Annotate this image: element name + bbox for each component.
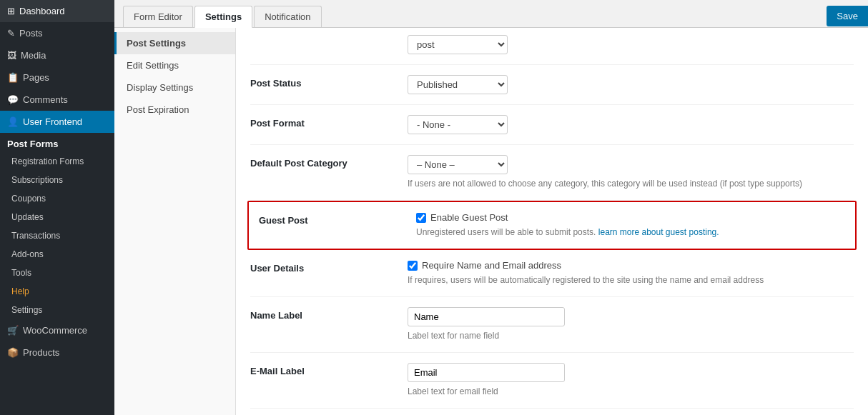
woocommerce-icon: 🛒 — [7, 325, 19, 336]
sidebar-label-pages: Pages — [23, 72, 49, 83]
user-details-checkbox-row: Require Name and Email address — [408, 260, 854, 271]
sidebar-label-comments: Comments — [23, 94, 68, 105]
sidebar-label-products: Products — [23, 347, 59, 358]
partial-top-control: post — [408, 35, 508, 54]
sidebar-item-help[interactable]: Help — [0, 282, 114, 301]
content-area: Post Settings Edit Settings Display Sett… — [114, 28, 868, 415]
guest-post-link[interactable]: learn more about guest posting. — [598, 227, 719, 237]
sidebar-item-dashboard[interactable]: ⊞ Dashboard — [0, 0, 114, 22]
email-label-row: E-Mail Label Label text for email field — [250, 353, 854, 409]
sidebar-label-woocommerce: WooCommerce — [23, 325, 87, 336]
enable-guest-post-checkbox[interactable] — [416, 213, 426, 223]
post-status-control: Published Draft Pending Private — [408, 75, 854, 94]
panel-item-edit-settings[interactable]: Edit Settings — [114, 54, 235, 76]
sidebar-label-dashboard: Dashboard — [19, 6, 65, 16]
email-label-hint: Label text for email field — [408, 385, 854, 398]
post-format-label: Post Format — [250, 115, 408, 129]
name-label-row: Name Label Label text for name field — [250, 297, 854, 353]
email-label-input[interactable] — [408, 363, 565, 382]
sidebar-item-updates[interactable]: Updates — [0, 208, 114, 226]
name-label-hint: Label text for name field — [408, 329, 854, 342]
user-details-hint: If requires, users will be automatically… — [408, 274, 854, 286]
sidebar-label-media: Media — [21, 50, 46, 61]
sidebar-item-settings[interactable]: Settings — [0, 301, 114, 319]
guest-post-label: Guest Post — [259, 212, 416, 226]
posts-icon: ✎ — [7, 28, 15, 39]
sidebar-item-user-frontend[interactable]: 👤 User Frontend — [0, 111, 114, 133]
sidebar-item-posts[interactable]: ✎ Posts — [0, 22, 114, 44]
user-frontend-icon: 👤 — [7, 116, 19, 127]
save-button[interactable]: Save — [827, 6, 868, 26]
dashboard-icon: ⊞ — [7, 6, 15, 16]
user-details-control: Require Name and Email address If requir… — [408, 260, 854, 286]
sidebar-item-registration-forms[interactable]: Registration Forms — [0, 152, 114, 171]
tab-form-editor[interactable]: Form Editor — [123, 6, 193, 27]
sidebar: ⊞ Dashboard ✎ Posts 🖼 Media 📋 Pages 💬 Co… — [0, 0, 114, 415]
email-label-label: E-Mail Label — [250, 363, 408, 376]
sidebar-item-products[interactable]: 📦 Products — [0, 341, 114, 364]
sidebar-group-post-forms: Post Forms — [0, 133, 114, 152]
default-post-category-select[interactable]: – None – — [408, 155, 508, 174]
default-post-category-hint: If users are not allowed to choose any c… — [408, 177, 854, 190]
sidebar-label-posts: Posts — [19, 28, 43, 39]
tabs-bar: Form Editor Settings Notification Save — [114, 0, 868, 28]
sidebar-item-comments[interactable]: 💬 Comments — [0, 89, 114, 111]
require-name-email-label[interactable]: Require Name and Email address — [422, 260, 561, 271]
main-area: Form Editor Settings Notification Save P… — [114, 0, 868, 415]
sidebar-item-tools[interactable]: Tools — [0, 264, 114, 282]
user-details-label: User Details — [250, 260, 408, 274]
default-post-category-row: Default Post Category – None – If users … — [250, 145, 854, 201]
sidebar-item-transactions[interactable]: Transactions — [0, 226, 114, 245]
partial-top-select[interactable]: post — [408, 35, 508, 54]
products-icon: 📦 — [7, 347, 19, 358]
tab-notification[interactable]: Notification — [254, 6, 321, 27]
tab-settings[interactable]: Settings — [194, 6, 252, 28]
post-status-select[interactable]: Published Draft Pending Private — [408, 75, 508, 94]
require-name-email-checkbox[interactable] — [408, 261, 418, 271]
partial-top-row: post — [250, 28, 854, 65]
post-format-select[interactable]: - None - Standard Aside Image Video — [408, 115, 508, 134]
sidebar-label-user-frontend: User Frontend — [23, 116, 82, 127]
email-label-control: Label text for email field — [408, 363, 854, 398]
default-post-category-label: Default Post Category — [250, 155, 408, 169]
panel-item-post-settings[interactable]: Post Settings — [114, 32, 235, 54]
post-status-row: Post Status Published Draft Pending Priv… — [250, 65, 854, 105]
sidebar-item-addons[interactable]: Add-ons — [0, 245, 114, 264]
default-post-category-control: – None – If users are not allowed to cho… — [408, 155, 854, 190]
sidebar-item-media[interactable]: 🖼 Media — [0, 44, 114, 66]
post-status-label: Post Status — [250, 75, 408, 89]
name-label-input[interactable] — [408, 307, 565, 326]
comments-icon: 💬 — [7, 94, 19, 105]
media-icon: 🖼 — [7, 50, 16, 61]
sidebar-item-woocommerce[interactable]: 🛒 WooCommerce — [0, 319, 114, 341]
pages-icon: 📋 — [7, 72, 19, 83]
form-settings: post Post Status Published Draft Pending… — [236, 28, 868, 415]
name-label-control: Label text for name field — [408, 307, 854, 342]
panel-item-post-expiration[interactable]: Post Expiration — [114, 99, 235, 121]
post-format-row: Post Format - None - Standard Aside Imag… — [250, 105, 854, 145]
guest-post-hint: Unregistered users will be able to submi… — [416, 226, 845, 239]
panel-item-display-settings[interactable]: Display Settings — [114, 76, 235, 99]
user-details-row: User Details Require Name and Email addr… — [250, 250, 854, 297]
sidebar-item-coupons[interactable]: Coupons — [0, 189, 114, 208]
guest-post-control: Enable Guest Post Unregistered users wil… — [416, 212, 845, 239]
post-format-control: - None - Standard Aside Image Video — [408, 115, 854, 134]
guest-post-checkbox-row: Enable Guest Post — [416, 212, 845, 223]
enable-guest-post-label[interactable]: Enable Guest Post — [430, 212, 508, 223]
guest-post-row: Guest Post Enable Guest Post Unregistere… — [247, 201, 857, 250]
name-label-label: Name Label — [250, 307, 408, 321]
sidebar-item-pages[interactable]: 📋 Pages — [0, 66, 114, 89]
left-panel: Post Settings Edit Settings Display Sett… — [114, 28, 236, 415]
sidebar-item-subscriptions[interactable]: Subscriptions — [0, 171, 114, 189]
